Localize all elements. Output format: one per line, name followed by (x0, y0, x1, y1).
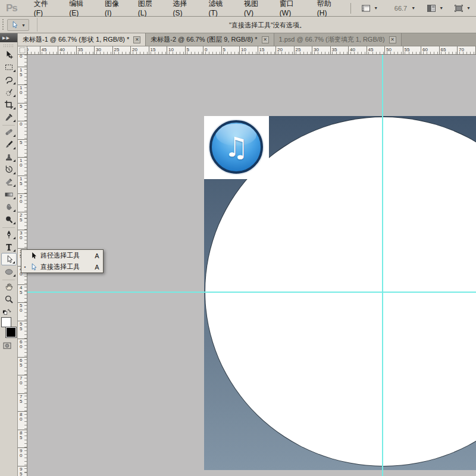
hruler-label: 10 (167, 46, 174, 54)
eraser-tool[interactable] (1, 176, 17, 188)
gradient-tool[interactable] (1, 188, 17, 201)
swap-colors-icon[interactable] (2, 307, 15, 317)
crop-tool[interactable] (1, 98, 17, 111)
clone-stamp-tool[interactable] (1, 151, 17, 163)
horizontal-guide[interactable] (27, 292, 476, 293)
launch-bridge-button[interactable]: ▼ (356, 1, 383, 15)
white-arrow-icon (30, 263, 38, 271)
close-tab-icon[interactable]: ✕ (389, 36, 396, 43)
tool-flyout-corner-icon (13, 184, 15, 187)
document-tab-3[interactable]: 1.psd @ 66.7% (渐变填充 1, RGB/8)✕ (274, 33, 402, 46)
horizontal-ruler[interactable]: 5045403530252015105051015202530354045505… (27, 46, 476, 55)
menu-layer[interactable]: 图层(L) (131, 0, 166, 17)
menu-file[interactable]: 文件(F) (27, 0, 62, 17)
hruler-label: 0 (203, 46, 207, 54)
ruler-origin-corner[interactable] (18, 46, 27, 55)
hruler-label: 5 (185, 46, 189, 54)
move-tool[interactable] (1, 48, 17, 61)
quick-selection-tool[interactable] (1, 86, 17, 98)
tool-flyout-corner-icon (13, 209, 15, 212)
chevron-down-icon: ▼ (439, 6, 443, 10)
crop-tool (4, 100, 14, 109)
vruler-label: 5 (18, 103, 27, 109)
tool-flyout-corner-icon (13, 107, 15, 109)
clone-stamp-tool (4, 152, 14, 162)
menu-help[interactable]: 帮助(H) (310, 0, 346, 17)
close-tab-icon[interactable]: ✕ (262, 36, 269, 43)
rectangular-marquee-tool[interactable] (1, 61, 17, 73)
hruler-label: 35 (76, 46, 83, 54)
vruler-label: 65 (18, 357, 27, 368)
hruler-label: 45 (40, 46, 47, 54)
hruler-label: 40 (348, 46, 355, 54)
launch-bridge-icon (361, 4, 371, 13)
pen-tool[interactable] (1, 228, 17, 240)
hruler-label: 20 (275, 46, 283, 54)
arrange-documents-button[interactable]: ▼ (421, 1, 449, 15)
zoom-level-field[interactable]: 66.7 ▼ (383, 5, 421, 12)
tool-flyout-corner-icon (13, 70, 15, 72)
tool-flyout-corner-icon (13, 249, 15, 252)
eraser-tool (4, 177, 14, 187)
ellipse-tool[interactable] (1, 265, 17, 278)
white-arrow-icon (11, 21, 19, 29)
smudge-tool[interactable] (1, 201, 17, 213)
document-tab-2[interactable]: 未标题-2 @ 66.7% (图层 9, RGB/8) *✕ (146, 33, 274, 46)
smudge-tool (4, 202, 14, 212)
type-tool[interactable] (1, 240, 17, 253)
quick-mask-icon (2, 341, 12, 350)
hruler-label: 70 (457, 46, 464, 54)
menu-filter[interactable]: 滤镜(T) (202, 0, 237, 17)
vruler-label: 10 (18, 84, 27, 95)
options-bar-grip[interactable] (2, 18, 4, 31)
path-selection-tool[interactable] (1, 253, 17, 265)
hruler-label: 30 (94, 46, 101, 54)
tool-preset-picker[interactable]: ▼ (7, 19, 29, 31)
hruler-label: 35 (330, 46, 337, 54)
zoom-tool[interactable] (1, 293, 17, 305)
zoom-tool (4, 295, 14, 304)
flyout-item-path-selection-tool[interactable]: 路径选择工具A (21, 250, 103, 261)
menu-window[interactable]: 窗口(W) (273, 0, 310, 17)
type-tool (4, 242, 14, 252)
hruler-label: 15 (149, 46, 156, 54)
flyout-item-shortcut: A (94, 264, 100, 271)
black-arrow-icon (30, 252, 38, 260)
eyedropper-tool[interactable] (1, 111, 17, 123)
spot-healing-brush-tool[interactable] (1, 126, 17, 138)
vertical-guide[interactable] (382, 55, 383, 476)
hruler-label: 25 (294, 46, 301, 54)
menu-view[interactable]: 视图(V) (237, 0, 273, 17)
brush-tool (4, 140, 14, 149)
vruler-label: 80 (18, 411, 27, 422)
lasso-tool[interactable] (1, 73, 17, 86)
options-bar-separator (37, 18, 37, 32)
dodge-tool (4, 215, 14, 224)
menu-image[interactable]: 图像(I) (98, 0, 131, 17)
dodge-tool[interactable] (1, 213, 17, 226)
screen-mode-button[interactable]: ▼ (449, 1, 476, 15)
options-message: "直接选择工具"没有选项。 (229, 17, 306, 33)
toolbar-grip[interactable] (3, 44, 14, 47)
music-note-icon: ♫ (224, 133, 248, 161)
foreground-color-swatch[interactable] (1, 317, 11, 327)
flyout-item-direct-selection-tool[interactable]: ▪直接选择工具A (21, 261, 103, 273)
document-canvas[interactable]: ♫ (204, 116, 476, 470)
toolbar-collapse-button[interactable]: ▶▶ (0, 33, 17, 42)
close-tab-icon[interactable]: ✕ (133, 36, 140, 43)
hruler-label: 25 (112, 46, 120, 54)
menu-edit[interactable]: 编辑(E) (62, 0, 98, 17)
history-brush-tool[interactable] (1, 163, 17, 176)
quick-mask-button[interactable] (2, 341, 15, 351)
menu-select[interactable]: 选择(S) (166, 0, 202, 17)
brush-tool[interactable] (1, 138, 17, 151)
background-color-swatch[interactable] (6, 327, 16, 337)
vruler-label: 60 (18, 339, 27, 349)
tool-flyout-corner-icon (13, 147, 15, 149)
tool-flyout-corner-icon (13, 222, 15, 224)
hruler-label: 30 (312, 46, 319, 54)
hand-tool[interactable] (1, 280, 17, 293)
document-tab-1[interactable]: 未标题-1 @ 66.7% (形状 1, RGB/8) *✕ (18, 33, 146, 46)
tab-title: 1.psd @ 66.7% (渐变填充 1, RGB/8) (279, 35, 385, 44)
vruler-label: 45 (18, 284, 27, 295)
